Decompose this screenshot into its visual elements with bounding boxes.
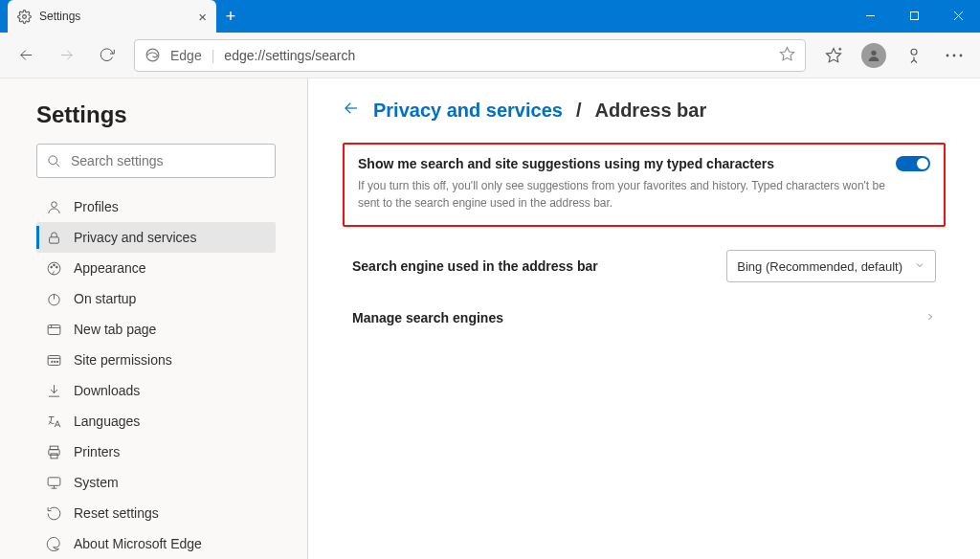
nav-refresh-button[interactable]: [88, 37, 124, 74]
address-bar[interactable]: Edge | edge://settings/search: [134, 39, 806, 72]
window-titlebar: Settings × +: [0, 0, 980, 33]
nav-site-permissions[interactable]: Site permissions: [36, 345, 276, 375]
svg-point-12: [871, 50, 876, 55]
settings-content: Privacy and services / Address bar Show …: [308, 78, 980, 559]
svg-point-34: [56, 361, 57, 362]
nav-forward-button[interactable]: [48, 37, 84, 74]
search-engine-value: Bing (Recommended, default): [737, 259, 902, 274]
window-minimize-button[interactable]: [848, 0, 892, 31]
svg-point-32: [52, 361, 53, 362]
address-url: edge://settings/search: [224, 48, 769, 63]
svg-rect-20: [50, 236, 59, 242]
svg-point-16: [960, 54, 963, 56]
profile-button[interactable]: [856, 37, 892, 74]
settings-search-input[interactable]: [71, 153, 265, 168]
svg-point-15: [953, 54, 956, 56]
nav-privacy-and-services[interactable]: Privacy and services: [36, 222, 276, 253]
breadcrumb-back-button[interactable]: [343, 100, 360, 122]
more-menu-button[interactable]: [936, 37, 972, 74]
svg-rect-27: [48, 324, 60, 334]
feedback-button[interactable]: [896, 37, 932, 74]
address-separator: |: [212, 48, 215, 63]
svg-point-23: [54, 264, 56, 266]
nav-back-button[interactable]: [8, 37, 44, 74]
svg-point-13: [911, 49, 917, 55]
nav-downloads[interactable]: Downloads: [36, 375, 276, 406]
nav-system[interactable]: System: [36, 467, 276, 498]
nav-languages[interactable]: Languages: [36, 406, 276, 436]
browser-toolbar: Edge | edge://settings/search: [0, 33, 980, 78]
browser-tab[interactable]: Settings ×: [8, 0, 216, 33]
svg-rect-2: [910, 11, 918, 19]
chevron-down-icon: [914, 259, 925, 274]
window-close-button[interactable]: [936, 0, 980, 31]
svg-marker-8: [780, 47, 793, 59]
svg-point-14: [947, 54, 949, 56]
search-engine-select[interactable]: Bing (Recommended, default): [726, 250, 936, 282]
svg-rect-37: [50, 446, 58, 450]
edge-icon: [145, 47, 161, 63]
svg-line-18: [56, 163, 59, 167]
svg-rect-40: [48, 477, 60, 485]
settings-search[interactable]: [36, 144, 276, 178]
setting-suggestions-row: Show me search and site suggestions usin…: [343, 143, 946, 227]
svg-rect-30: [48, 355, 60, 365]
settings-heading: Settings: [36, 101, 296, 128]
settings-nav: Profiles Privacy and services Appearance…: [36, 191, 276, 559]
window-maximize-button[interactable]: [892, 0, 936, 31]
svg-point-19: [52, 201, 57, 207]
setting-search-engine-row: Search engine used in the address bar Bi…: [343, 236, 946, 296]
setting-suggestions-desc: If you turn this off, you'll only see su…: [358, 177, 894, 212]
favorite-star-icon[interactable]: [779, 46, 795, 65]
svg-rect-39: [51, 453, 57, 458]
svg-point-22: [51, 266, 53, 268]
svg-point-17: [49, 155, 57, 164]
nav-appearance[interactable]: Appearance: [36, 253, 276, 283]
svg-point-33: [55, 361, 56, 362]
new-tab-button[interactable]: +: [216, 2, 245, 31]
breadcrumb-separator: /: [576, 100, 582, 122]
svg-point-0: [23, 14, 27, 18]
breadcrumb-parent-link[interactable]: Privacy and services: [373, 100, 563, 122]
setting-search-engine-title: Search engine used in the address bar: [352, 258, 707, 274]
setting-manage-engines-row[interactable]: Manage search engines: [343, 296, 946, 340]
breadcrumb-current: Address bar: [594, 100, 706, 122]
address-scheme-label: Edge: [170, 48, 202, 63]
chevron-right-icon: [924, 309, 936, 326]
nav-on-startup[interactable]: On startup: [36, 283, 276, 314]
tab-close-icon[interactable]: ×: [198, 9, 207, 25]
nav-profiles[interactable]: Profiles: [36, 191, 276, 222]
nav-printers[interactable]: Printers: [36, 436, 276, 467]
search-icon: [47, 154, 61, 168]
tab-title: Settings: [39, 10, 190, 23]
breadcrumb: Privacy and services / Address bar: [343, 100, 946, 122]
gear-icon: [17, 10, 32, 24]
setting-suggestions-title: Show me search and site suggestions usin…: [358, 156, 877, 171]
svg-point-24: [56, 266, 57, 268]
setting-manage-engines-title: Manage search engines: [352, 310, 924, 325]
nav-new-tab-page[interactable]: New tab page: [36, 314, 276, 345]
settings-sidebar: Settings Profiles Privacy and services A…: [0, 78, 308, 559]
favorites-button[interactable]: [815, 37, 852, 74]
svg-marker-9: [827, 48, 841, 61]
nav-reset-settings[interactable]: Reset settings: [36, 498, 276, 528]
nav-about-edge[interactable]: About Microsoft Edge: [36, 528, 276, 559]
setting-suggestions-toggle[interactable]: [896, 156, 930, 171]
